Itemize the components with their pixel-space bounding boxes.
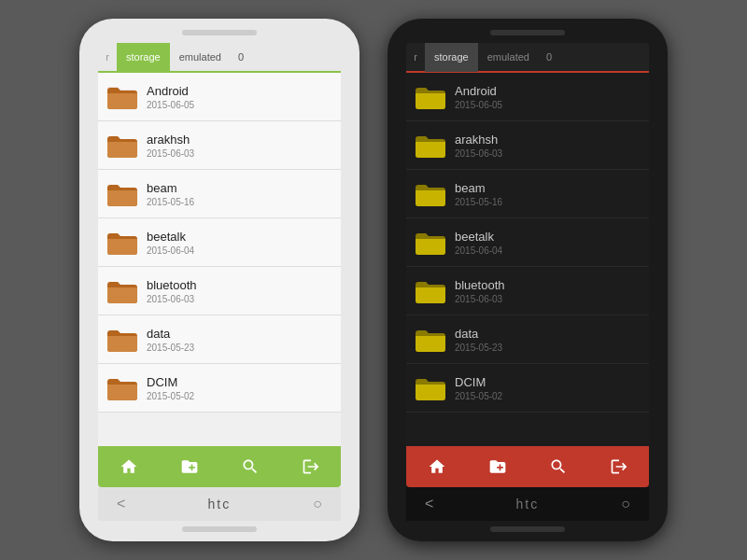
folder-icon-arakhsh-light xyxy=(106,129,139,162)
folder-icon-dcim-light xyxy=(106,371,139,405)
tab-number-dark: 0 xyxy=(539,51,559,63)
file-name-dcim-light: DCIM xyxy=(147,375,194,389)
nav-bar-dark: < htc ○ xyxy=(406,487,649,521)
phone-light: r storage emulated 0 Android 2015-06-05 xyxy=(79,19,359,541)
folder-icon-dcim-dark xyxy=(414,371,447,405)
folder-icon-android-light xyxy=(106,80,139,114)
home-icon-dark[interactable] xyxy=(424,454,450,480)
home-button-light[interactable]: ○ xyxy=(313,496,322,512)
back-button-dark[interactable]: < xyxy=(425,496,433,512)
file-info-beetalk-dark: beetalk 2015-06-04 xyxy=(455,230,502,256)
file-date-arakhsh-dark: 2015-06-03 xyxy=(455,148,502,159)
file-date-dcim-light: 2015-05-02 xyxy=(147,391,194,401)
file-info-data-dark: data 2015-05-23 xyxy=(455,327,502,353)
tab-number-light: 0 xyxy=(231,51,251,63)
file-name-bluetooth-light: bluetooth xyxy=(147,278,197,292)
folder-icon-beam-light xyxy=(106,177,139,211)
file-item-beetalk-dark[interactable]: beetalk 2015-06-04 xyxy=(406,218,649,267)
file-item-beam-dark[interactable]: beam 2015-05-16 xyxy=(406,170,649,218)
tab-storage-light[interactable]: storage xyxy=(117,43,170,72)
folder-new-icon-dark[interactable] xyxy=(485,454,511,480)
file-date-beetalk-dark: 2015-06-04 xyxy=(455,245,502,256)
file-name-beetalk-dark: beetalk xyxy=(455,230,502,244)
home-icon-light[interactable] xyxy=(116,454,142,480)
folder-icon-data-dark xyxy=(414,323,447,357)
file-item-android-light[interactable]: Android 2015-06-05 xyxy=(98,73,341,121)
toolbar-dark xyxy=(406,446,649,487)
file-item-beetalk-light[interactable]: beetalk 2015-06-04 xyxy=(98,218,341,267)
file-name-arakhsh-light: arakhsh xyxy=(147,133,194,147)
file-item-beam-light[interactable]: beam 2015-05-16 xyxy=(98,170,341,218)
tab-indicator-light: r xyxy=(98,43,117,72)
file-date-dcim-dark: 2015-05-02 xyxy=(455,391,502,401)
exit-icon-light[interactable] xyxy=(298,454,324,480)
file-date-beetalk-light: 2015-06-04 xyxy=(147,245,194,256)
search-icon-dark[interactable] xyxy=(545,454,571,480)
tab-bar-light: r storage emulated 0 xyxy=(98,43,341,73)
speaker-bottom-dark xyxy=(490,526,565,532)
home-button-dark[interactable]: ○ xyxy=(621,496,630,512)
tab-storage-dark[interactable]: storage xyxy=(425,43,478,72)
screen-light: r storage emulated 0 Android 2015-06-05 xyxy=(98,43,341,487)
speaker-top-dark xyxy=(490,30,565,35)
file-item-data-dark[interactable]: data 2015-05-23 xyxy=(406,315,649,364)
back-button-light[interactable]: < xyxy=(117,496,125,512)
file-date-bluetooth-dark: 2015-06-03 xyxy=(455,294,505,304)
file-name-android-light: Android xyxy=(147,84,194,98)
file-info-dcim-light: DCIM 2015-05-02 xyxy=(147,375,194,401)
file-name-beetalk-light: beetalk xyxy=(147,230,194,244)
file-name-data-dark: data xyxy=(455,327,502,341)
file-date-android-light: 2015-06-05 xyxy=(147,100,194,110)
file-item-bluetooth-light[interactable]: bluetooth 2015-06-03 xyxy=(98,267,341,315)
nav-bar-light: < htc ○ xyxy=(98,487,341,521)
file-list-dark: Android 2015-06-05 arakhsh 2015-06-03 xyxy=(406,73,649,446)
file-info-beam-light: beam 2015-05-16 xyxy=(147,181,194,207)
search-icon-light[interactable] xyxy=(237,454,263,480)
exit-icon-dark[interactable] xyxy=(606,454,632,480)
tab-bar-dark: r storage emulated 0 xyxy=(406,43,649,73)
folder-icon-android-dark xyxy=(414,80,447,114)
file-info-dcim-dark: DCIM 2015-05-02 xyxy=(455,375,502,401)
phone-dark: r storage emulated 0 Android 2015-06-05 xyxy=(388,19,668,541)
file-item-dcim-dark[interactable]: DCIM 2015-05-02 xyxy=(406,364,649,413)
file-name-android-dark: Android xyxy=(455,84,502,98)
tab-emulated-dark[interactable]: emulated xyxy=(478,43,539,72)
folder-icon-beam-dark xyxy=(414,177,447,211)
file-item-android-dark[interactable]: Android 2015-06-05 xyxy=(406,73,649,121)
brand-label-light: htc xyxy=(207,497,231,511)
file-item-arakhsh-dark[interactable]: arakhsh 2015-06-03 xyxy=(406,121,649,170)
file-info-android-dark: Android 2015-06-05 xyxy=(455,84,502,110)
folder-icon-beetalk-dark xyxy=(414,226,447,259)
file-item-dcim-light[interactable]: DCIM 2015-05-02 xyxy=(98,364,341,413)
file-info-arakhsh-light: arakhsh 2015-06-03 xyxy=(147,133,194,159)
file-item-arakhsh-light[interactable]: arakhsh 2015-06-03 xyxy=(98,121,341,170)
file-info-beetalk-light: beetalk 2015-06-04 xyxy=(147,230,194,256)
file-name-data-light: data xyxy=(147,327,194,341)
folder-icon-bluetooth-light xyxy=(106,274,139,308)
file-name-arakhsh-dark: arakhsh xyxy=(455,133,502,147)
file-info-bluetooth-dark: bluetooth 2015-06-03 xyxy=(455,278,505,304)
speaker-top-light xyxy=(182,30,257,35)
file-name-beam-dark: beam xyxy=(455,181,502,195)
file-name-bluetooth-dark: bluetooth xyxy=(455,278,505,292)
file-info-android-light: Android 2015-06-05 xyxy=(147,84,194,110)
file-item-data-light[interactable]: data 2015-05-23 xyxy=(98,315,341,364)
file-date-beam-light: 2015-05-16 xyxy=(147,197,194,207)
file-list-light: Android 2015-06-05 arakhsh 2015-06-03 xyxy=(98,73,341,446)
file-info-beam-dark: beam 2015-05-16 xyxy=(455,181,502,207)
screen-dark: r storage emulated 0 Android 2015-06-05 xyxy=(406,43,649,487)
folder-icon-bluetooth-dark xyxy=(414,274,447,308)
folder-icon-arakhsh-dark xyxy=(414,129,447,162)
file-info-bluetooth-light: bluetooth 2015-06-03 xyxy=(147,278,197,304)
folder-icon-data-light xyxy=(106,323,139,357)
brand-label-dark: htc xyxy=(515,497,539,511)
toolbar-light xyxy=(98,446,341,487)
folder-new-icon-light[interactable] xyxy=(176,454,203,480)
file-name-beam-light: beam xyxy=(147,181,194,195)
speaker-bottom-light xyxy=(182,526,257,532)
file-item-bluetooth-dark[interactable]: bluetooth 2015-06-03 xyxy=(406,267,649,315)
file-date-data-light: 2015-05-23 xyxy=(147,343,194,353)
tab-emulated-light[interactable]: emulated xyxy=(170,43,231,72)
file-date-beam-dark: 2015-05-16 xyxy=(455,197,502,207)
file-name-dcim-dark: DCIM xyxy=(455,375,502,389)
